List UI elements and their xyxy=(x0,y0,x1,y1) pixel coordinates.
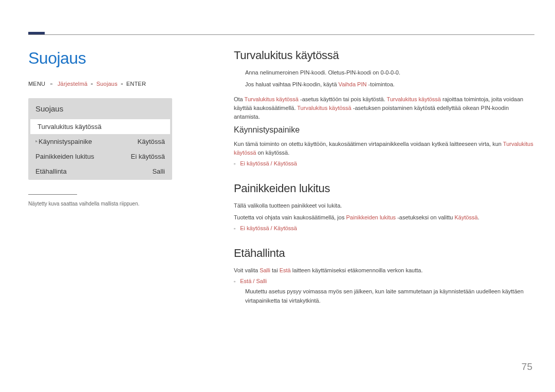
menu-row-safety-lock: Turvalukitus käytössä xyxy=(30,119,170,134)
section-button-lock: Painikkeiden lukitus Tällä valikolla tuo… xyxy=(234,182,534,231)
header-rule xyxy=(28,34,534,35)
bullet-icon: ▫ xyxy=(234,279,235,284)
sub-note: Muutettu asetus pysyy voimassa myös sen … xyxy=(245,287,534,305)
section-title: Painikkeiden lukitus xyxy=(234,182,534,195)
page-title: Suojaus xyxy=(28,49,172,68)
menu-row-value: Käytössä xyxy=(138,138,165,145)
footnote-rule xyxy=(28,194,77,195)
menu-panel: Suojaus Turvalukitus käytössä ʰKäynnisty… xyxy=(28,98,172,180)
indent-icon: ʰ xyxy=(35,140,38,145)
footnote: Näytetty kuva saattaa vaihdella mallista… xyxy=(28,201,172,207)
body-line-1: Tällä valikolla tuotteen painikkeet voi … xyxy=(234,201,534,210)
body-line-2: Tuotetta voi ohjata vain kaukosäätimellä… xyxy=(234,213,534,222)
menu-row-label: Turvalukitus käytössä xyxy=(38,123,102,130)
menu-row-label: ʰKäynnistyspainike xyxy=(35,138,92,145)
note-line-2: Jos haluat vaihtaa PIN-koodin, käytä Vai… xyxy=(245,80,534,89)
bullet-icon: ▫ xyxy=(234,161,235,166)
menu-row-value: Ei käytössä xyxy=(131,153,165,160)
breadcrumb-arrow-1: ▫ xyxy=(50,81,52,87)
menu-row-label: Painikkeiden lukitus xyxy=(35,153,94,160)
breadcrumb-menu: MENU xyxy=(28,81,45,87)
breadcrumb-arrow-2: ▫ xyxy=(91,81,93,87)
menu-row-button-lock: Painikkeiden lukitus Ei käytössä xyxy=(28,149,172,164)
options-row: ▫ Ei käytössä / Käytössä xyxy=(234,225,534,231)
breadcrumb: MENU ▫ Järjestelmä ▫ Suojaus ▫ ENTER xyxy=(28,81,172,87)
left-column: Suojaus MENU ▫ Järjestelmä ▫ Suojaus ▫ E… xyxy=(28,49,172,207)
section-remote: Etähallinta Voit valita Salli tai Estä l… xyxy=(234,247,534,305)
body-line-1: Voit valita Salli tai Estä laitteen käyt… xyxy=(234,266,534,275)
options-row: ▫ Ei käytössä / Käytössä xyxy=(234,160,534,166)
menu-panel-header: Suojaus xyxy=(28,98,172,119)
section-safety-lock: Turvalukitus käytössä Anna nelinumeroine… xyxy=(234,49,534,166)
menu-row-power-button: ʰKäynnistyspainike Käytössä xyxy=(28,134,172,149)
note-line-1: Anna nelinumeroinen PIN-koodi. Oletus-PI… xyxy=(245,68,534,77)
bullet-icon: ▫ xyxy=(234,226,235,231)
subsection-body: Kun tämä toiminto on otettu käyttöön, ka… xyxy=(234,140,534,157)
section-title: Turvalukitus käytössä xyxy=(234,49,534,62)
subsection-title: Käynnistyspainike xyxy=(234,125,534,135)
note-block: Anna nelinumeroinen PIN-koodi. Oletus-PI… xyxy=(245,68,534,89)
breadcrumb-security: Suojaus xyxy=(96,81,117,87)
body-paragraph: Ota Turvalukitus käytössä -asetus käyttö… xyxy=(234,95,534,121)
breadcrumb-arrow-3: ▫ xyxy=(121,81,123,87)
breadcrumb-system: Järjestelmä xyxy=(58,81,87,87)
menu-row-label: Etähallinta xyxy=(35,167,67,175)
menu-row-remote: Etähallinta Salli xyxy=(28,164,172,179)
page-number: 75 xyxy=(522,361,532,372)
menu-row-value: Salli xyxy=(152,167,165,175)
right-column: Turvalukitus käytössä Anna nelinumeroine… xyxy=(234,49,534,321)
options-row: ▫ Estä / Salli xyxy=(234,278,534,284)
breadcrumb-enter: ENTER xyxy=(126,81,146,87)
section-title: Etähallinta xyxy=(234,247,534,260)
